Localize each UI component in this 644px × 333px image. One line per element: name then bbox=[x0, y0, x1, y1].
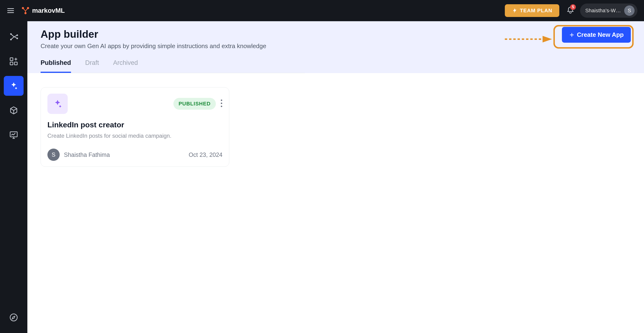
app-card-header: PUBLISHED bbox=[48, 94, 222, 114]
brand-logo[interactable]: markovML bbox=[21, 6, 65, 15]
page-subtitle: Create your own Gen AI apps by providing… bbox=[40, 42, 631, 50]
tab-label: Published bbox=[40, 59, 71, 66]
svg-point-14 bbox=[221, 100, 222, 101]
svg-point-6 bbox=[16, 38, 18, 39]
tabs-divider bbox=[40, 73, 305, 73]
app-shell: App builder Create your own Gen AI apps … bbox=[0, 21, 644, 333]
main-area: App builder Create your own Gen AI apps … bbox=[27, 21, 644, 333]
create-button-wrap: Create New App bbox=[562, 27, 631, 43]
app-card-menu-button[interactable] bbox=[220, 99, 222, 108]
owner-avatar: S bbox=[48, 148, 60, 161]
brand-name: markovML bbox=[32, 7, 65, 14]
app-card[interactable]: PUBLISHED LinkedIn post creator Create L… bbox=[40, 87, 229, 167]
cube-icon bbox=[9, 106, 18, 115]
page-hero: App builder Create your own Gen AI apps … bbox=[27, 21, 644, 73]
tab-published[interactable]: Published bbox=[40, 59, 71, 73]
sidebar-item-workflows[interactable] bbox=[4, 27, 24, 47]
owner-name: Shaistha Fathima bbox=[64, 152, 110, 158]
svg-rect-8 bbox=[10, 62, 13, 65]
grid-add-icon bbox=[9, 56, 18, 66]
team-plan-label: TEAM PLAN bbox=[520, 8, 552, 14]
tabs: Published Draft Archived bbox=[40, 59, 631, 73]
sidebar-item-app-builder[interactable] bbox=[4, 76, 24, 96]
svg-point-11 bbox=[10, 314, 17, 321]
workspace-label: Shaistha's-W… bbox=[585, 8, 621, 14]
dots-vertical-icon bbox=[220, 99, 222, 107]
logo-mark-icon bbox=[21, 6, 30, 15]
svg-point-15 bbox=[221, 102, 222, 104]
svg-point-4 bbox=[10, 39, 12, 40]
menu-toggle[interactable] bbox=[4, 4, 17, 17]
avatar-initial: S bbox=[628, 8, 631, 14]
team-plan-button[interactable]: TEAM PLAN bbox=[505, 4, 559, 17]
workspace-switcher[interactable]: Shaistha's-W… S bbox=[580, 4, 638, 18]
tab-draft[interactable]: Draft bbox=[85, 59, 99, 73]
notifications-count-badge: 5 bbox=[570, 4, 576, 10]
create-button-label: Create New App bbox=[577, 31, 624, 38]
flow-icon bbox=[9, 32, 18, 42]
sparkles-icon bbox=[52, 98, 63, 109]
apps-list: PUBLISHED LinkedIn post creator Create L… bbox=[27, 73, 644, 181]
app-icon-box bbox=[48, 94, 68, 114]
app-card-date: Oct 23, 2024 bbox=[189, 152, 222, 158]
sidebar-item-models[interactable] bbox=[4, 100, 24, 120]
app-card-footer: S Shaistha Fathima Oct 23, 2024 bbox=[48, 148, 222, 161]
app-card-description: Create LinkedIn posts for social media c… bbox=[48, 132, 222, 139]
svg-rect-10 bbox=[10, 132, 17, 137]
notifications-button[interactable]: 5 bbox=[566, 6, 574, 15]
svg-point-3 bbox=[10, 33, 12, 35]
top-bar: markovML TEAM PLAN 5 Shaistha's-W… S bbox=[0, 0, 644, 21]
bolt-icon bbox=[512, 8, 518, 14]
tab-label: Archived bbox=[113, 59, 138, 66]
plus-icon bbox=[569, 32, 575, 38]
user-avatar: S bbox=[624, 6, 634, 16]
svg-rect-7 bbox=[10, 58, 13, 60]
svg-point-5 bbox=[16, 34, 18, 36]
tab-archived[interactable]: Archived bbox=[113, 59, 138, 73]
svg-rect-9 bbox=[14, 62, 17, 65]
presentation-chart-icon bbox=[9, 130, 18, 140]
sidebar-item-apps-grid[interactable] bbox=[4, 52, 24, 71]
tab-label: Draft bbox=[85, 59, 99, 66]
sidebar bbox=[0, 21, 27, 333]
compass-icon bbox=[9, 313, 18, 322]
owner-avatar-initial: S bbox=[52, 152, 56, 158]
sidebar-item-analytics[interactable] bbox=[4, 125, 24, 145]
app-owner: S Shaistha Fathima bbox=[48, 148, 110, 161]
hamburger-icon bbox=[6, 6, 15, 14]
sidebar-item-explore[interactable] bbox=[4, 308, 24, 327]
create-new-app-button[interactable]: Create New App bbox=[562, 27, 631, 43]
sparkles-icon bbox=[9, 81, 18, 90]
app-card-title: LinkedIn post creator bbox=[48, 120, 222, 129]
status-badge: PUBLISHED bbox=[174, 98, 216, 110]
page-title: App builder bbox=[40, 28, 631, 40]
svg-point-16 bbox=[221, 106, 222, 107]
